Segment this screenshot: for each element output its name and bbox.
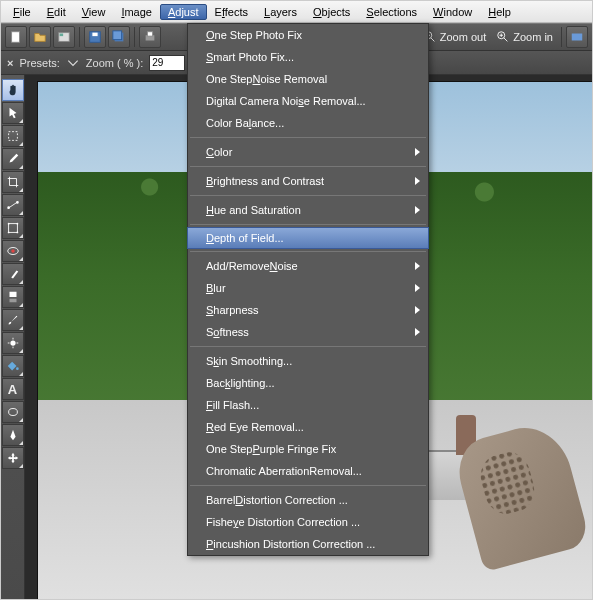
svg-line-10 [431, 38, 435, 42]
menu-separator [190, 224, 426, 225]
menuitem-softness[interactable]: Softness [188, 321, 428, 343]
svg-rect-21 [8, 224, 17, 233]
new-button[interactable] [5, 26, 27, 48]
menuitem-fill-flash[interactable]: Fill Flash... [188, 394, 428, 416]
submenu-arrow-icon [415, 306, 420, 314]
makeup-tool[interactable] [2, 263, 24, 285]
menu-selections[interactable]: Selections [358, 4, 425, 20]
svg-rect-0 [12, 32, 20, 43]
zoom-in-button[interactable]: Zoom in [492, 30, 557, 44]
save-all-button[interactable] [108, 26, 130, 48]
menuitem-color-balance[interactable]: Color Balance... [188, 112, 428, 134]
menuitem-backlighting[interactable]: Backlighting... [188, 372, 428, 394]
menu-edit[interactable]: Edit [39, 4, 74, 20]
deform-tool[interactable] [2, 217, 24, 239]
svg-point-19 [7, 206, 10, 209]
pan-tool[interactable] [2, 79, 24, 101]
crop-tool[interactable] [2, 171, 24, 193]
submenu-arrow-icon [415, 262, 420, 270]
menuitem-digital-camera-noise-removal[interactable]: Digital Camera Noise Removal... [188, 90, 428, 112]
menuitem-add-remove-noise[interactable]: Add/Remove Noise [188, 255, 428, 277]
print-button[interactable] [139, 26, 161, 48]
straighten-tool[interactable] [2, 194, 24, 216]
menuitem-pincushion-distortion-correction[interactable]: Pincushion Distortion Correction ... [188, 533, 428, 555]
menuitem-depth-of-field[interactable]: Depth of Field... [187, 227, 429, 249]
zoom-in-icon [496, 30, 510, 44]
close-x-icon[interactable]: × [7, 57, 13, 69]
menuitem-red-eye-removal[interactable]: Red Eye Removal... [188, 416, 428, 438]
menubar: FileEditViewImageAdjustEffectsLayersObje… [1, 1, 592, 23]
submenu-arrow-icon [415, 177, 420, 185]
selection-tool[interactable] [2, 125, 24, 147]
menu-separator [190, 166, 426, 167]
toggle-button[interactable] [566, 26, 588, 48]
menuitem-one-step-noise-removal[interactable]: One Step Noise Removal [188, 68, 428, 90]
pointer-tool[interactable] [2, 102, 24, 124]
svg-point-30 [10, 340, 15, 345]
menuitem-one-step-purple-fringe-fix[interactable]: One Step Purple Fringe Fix [188, 438, 428, 460]
toolbox: A [1, 75, 25, 599]
lighten-tool[interactable] [2, 332, 24, 354]
menu-separator [190, 346, 426, 347]
svg-rect-4 [92, 33, 97, 37]
submenu-arrow-icon [415, 284, 420, 292]
svg-point-32 [8, 409, 17, 416]
shape-tool[interactable] [2, 401, 24, 423]
menuitem-hue-and-saturation[interactable]: Hue and Saturation [188, 199, 428, 221]
svg-point-31 [16, 367, 19, 370]
zoom-label: Zoom ( % ): [86, 57, 143, 69]
menu-effects[interactable]: Effects [207, 4, 256, 20]
svg-rect-6 [113, 31, 122, 40]
browse-button[interactable] [53, 26, 75, 48]
menu-image[interactable]: Image [113, 4, 160, 20]
menuitem-chromatic-aberration-removal[interactable]: Chromatic Aberration Removal... [188, 460, 428, 482]
pen-tool[interactable] [2, 424, 24, 446]
redeye-tool[interactable] [2, 240, 24, 262]
svg-point-22 [7, 223, 9, 225]
menu-view[interactable]: View [74, 4, 114, 20]
app-window: FileEditViewImageAdjustEffectsLayersObje… [0, 0, 593, 600]
menu-separator [190, 485, 426, 486]
dropper-tool[interactable] [2, 148, 24, 170]
menuitem-sharpness[interactable]: Sharpness [188, 299, 428, 321]
svg-point-24 [7, 232, 9, 234]
menu-file[interactable]: File [5, 4, 39, 20]
menuitem-smart-photo-fix[interactable]: Smart Photo Fix... [188, 46, 428, 68]
svg-point-23 [16, 223, 18, 225]
zoom-in-label: Zoom in [513, 31, 553, 43]
menu-separator [190, 251, 426, 252]
zoom-input[interactable] [149, 55, 185, 71]
menu-objects[interactable]: Objects [305, 4, 358, 20]
save-button[interactable] [84, 26, 106, 48]
menuitem-blur[interactable]: Blur [188, 277, 428, 299]
svg-rect-8 [147, 32, 152, 36]
menu-adjust[interactable]: Adjust [160, 4, 207, 20]
open-button[interactable] [29, 26, 51, 48]
menuitem-brightness-and-contrast[interactable]: Brightness and Contrast [188, 170, 428, 192]
menu-layers[interactable]: Layers [256, 4, 305, 20]
move-tool[interactable] [2, 447, 24, 469]
menu-window[interactable]: Window [425, 4, 480, 20]
svg-point-20 [16, 201, 19, 204]
submenu-arrow-icon [415, 148, 420, 156]
svg-line-13 [504, 38, 508, 42]
menu-separator [190, 137, 426, 138]
menu-help[interactable]: Help [480, 4, 519, 20]
svg-rect-28 [9, 292, 16, 297]
menuitem-skin-smoothing[interactable]: Skin Smoothing... [188, 350, 428, 372]
menu-separator [190, 195, 426, 196]
svg-rect-17 [8, 132, 17, 141]
zoom-out-button[interactable]: Zoom out [419, 30, 490, 44]
paintbrush-tool[interactable] [2, 309, 24, 331]
menuitem-barrel-distortion-correction[interactable]: Barrel Distortion Correction ... [188, 489, 428, 511]
submenu-arrow-icon [415, 328, 420, 336]
menuitem-fisheye-distortion-correction[interactable]: Fisheye Distortion Correction ... [188, 511, 428, 533]
menuitem-one-step-photo-fix[interactable]: One Step Photo Fix [188, 24, 428, 46]
text-tool[interactable]: A [2, 378, 24, 400]
svg-point-25 [16, 232, 18, 234]
presets-dropdown-icon[interactable] [66, 56, 80, 70]
zoom-out-label: Zoom out [440, 31, 486, 43]
fill-tool[interactable] [2, 355, 24, 377]
menuitem-color[interactable]: Color [188, 141, 428, 163]
clone-tool[interactable] [2, 286, 24, 308]
